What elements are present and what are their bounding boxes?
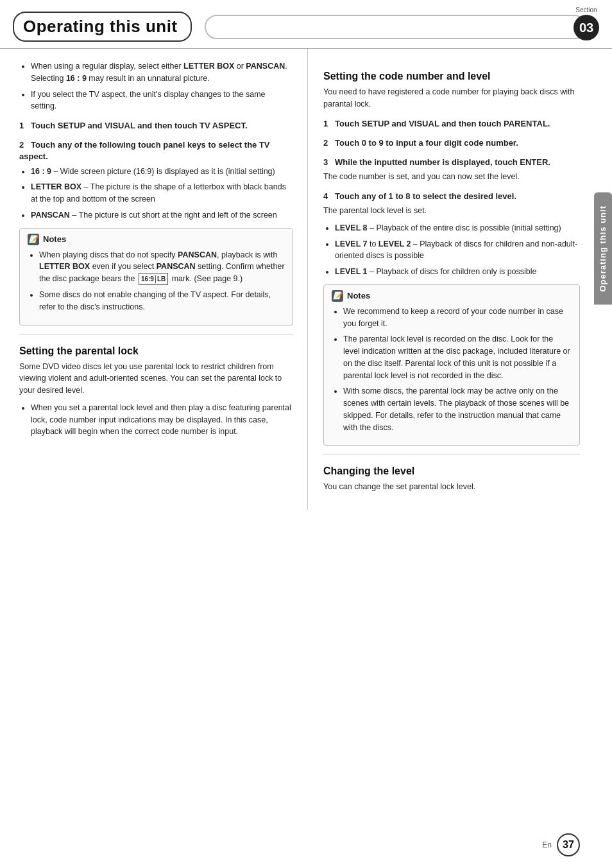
notes-icon: 📝 <box>28 234 39 245</box>
notes-list-1: When playing discs that do not specify P… <box>39 249 285 313</box>
notes-title-2: 📝 Notes <box>332 290 572 302</box>
level-list: LEVEL 8 – Playback of the entire disc is… <box>335 222 580 278</box>
notes-box-2: 📝 Notes We recommend to keep a record of… <box>323 284 580 446</box>
changing-level-heading: Changing the level <box>323 465 580 477</box>
code-step3: 3 While the inputted number is displayed… <box>323 157 580 168</box>
header-oval-decoration <box>205 15 586 39</box>
section-badge: Section 03 <box>574 6 599 40</box>
footer-en-label: En <box>542 840 552 849</box>
list-item: LEVEL 1 – Playback of discs for children… <box>335 266 580 278</box>
intro-bullet-list: When using a regular display, select eit… <box>31 60 293 112</box>
list-item: We recommend to keep a record of your co… <box>343 306 572 330</box>
list-item: PANSCAN – The picture is cut short at th… <box>31 209 293 221</box>
title-box: Operating this unit <box>13 12 192 42</box>
list-item: LEVEL 7 to LEVEL 2 – Playback of discs f… <box>335 238 580 263</box>
step2-heading: 2 Touch any of the following touch panel… <box>19 139 293 162</box>
tv-aspect-list: 16 : 9 – Wide screen picture (16:9) is d… <box>31 166 293 221</box>
changing-level-intro: You can change the set parental lock lev… <box>323 481 580 493</box>
code-step2: 2 Touch 0 to 9 to input a four digit cod… <box>323 137 580 149</box>
side-tab: Operating this unit <box>594 193 612 305</box>
divider-2 <box>323 455 580 455</box>
left-column: When using a regular display, select eit… <box>0 49 308 510</box>
parental-lock-heading: Setting the parental lock <box>19 345 293 357</box>
section-label: Section <box>575 6 597 13</box>
list-item: Some discs do not enable changing of the… <box>39 289 285 313</box>
list-item: When using a regular display, select eit… <box>31 60 293 85</box>
footer-page-number: 37 <box>557 833 580 856</box>
notes-title-1: 📝 Notes <box>28 234 285 245</box>
notes-list-2: We recommend to keep a record of your co… <box>343 306 572 434</box>
list-item: LEVEL 8 – Playback of the entire disc is… <box>335 222 580 234</box>
list-item: With some discs, the parental lock may b… <box>343 385 572 433</box>
section-number: 03 <box>574 15 599 40</box>
code-number-intro: You need to have registered a code numbe… <box>323 86 580 110</box>
page-footer: En 37 <box>542 833 580 856</box>
right-column: Setting the code number and level You ne… <box>308 49 612 510</box>
notes-box-1: 📝 Notes When playing discs that do not s… <box>19 228 293 326</box>
code-step4: 4 Touch any of 1 to 8 to select the desi… <box>323 191 580 202</box>
list-item: If you select the TV aspect, the unit's … <box>31 89 293 113</box>
badge-169lb: 16:9LB <box>139 273 168 285</box>
parental-lock-bullet: When you set a parental lock level and t… <box>31 402 293 438</box>
parental-lock-intro: Some DVD video discs let you use parenta… <box>19 361 293 397</box>
code-step3-body: The code number is set, and you can now … <box>323 171 580 183</box>
page-header: Operating this unit Section 03 <box>0 0 612 49</box>
list-item: When playing discs that do not specify P… <box>39 249 285 286</box>
code-number-heading: Setting the code number and level <box>323 71 580 82</box>
main-content: When using a regular display, select eit… <box>0 49 612 510</box>
list-item: The parental lock level is recorded on t… <box>343 333 572 381</box>
page-title: Operating this unit <box>23 17 178 37</box>
list-item: When you set a parental lock level and t… <box>31 402 293 438</box>
notes-icon-2: 📝 <box>332 290 343 302</box>
code-step4-body: The parental lock level is set. <box>323 205 580 217</box>
divider <box>19 334 293 335</box>
code-step1: 1 Touch SETUP and VISUAL and then touch … <box>323 118 580 130</box>
list-item: 16 : 9 – Wide screen picture (16:9) is d… <box>31 166 293 178</box>
list-item: LETTER BOX – The picture is the shape of… <box>31 181 293 205</box>
step1-heading: 1 Touch SETUP and VISUAL and then touch … <box>19 120 293 132</box>
